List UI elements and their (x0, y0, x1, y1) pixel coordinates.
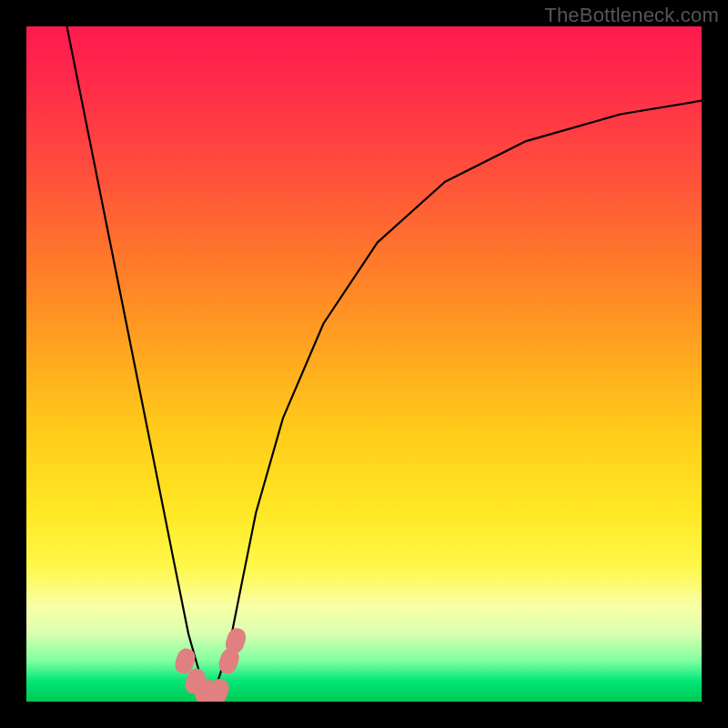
chart-frame: TheBottleneck.com (0, 0, 728, 728)
watermark-text: TheBottleneck.com (544, 4, 719, 27)
plot-area (26, 26, 702, 702)
chart-svg (26, 26, 702, 702)
bottleneck-curve (67, 26, 703, 702)
marker-group (173, 626, 248, 702)
